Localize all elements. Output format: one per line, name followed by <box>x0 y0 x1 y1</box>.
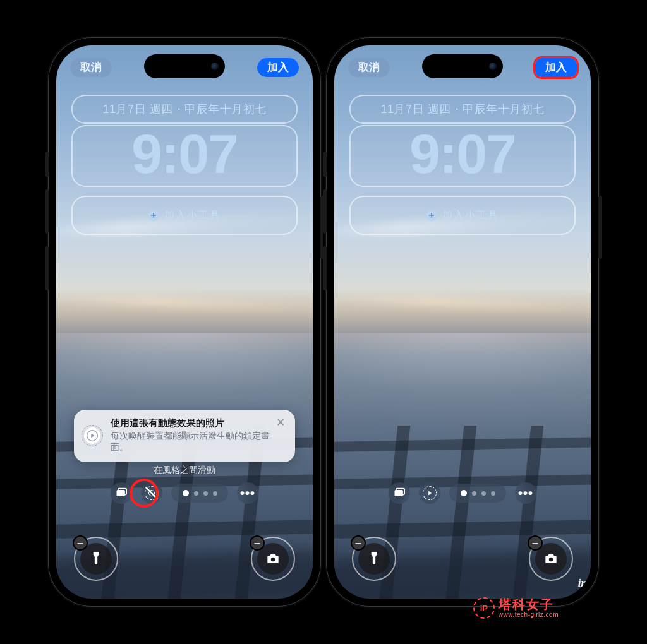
volume-button <box>324 189 327 234</box>
watermark-url: www.tech-girlz.com <box>499 612 559 618</box>
remove-icon[interactable]: – <box>351 535 366 551</box>
photos-button[interactable] <box>389 482 410 504</box>
lockscreen-editor: 取消 加入 11月7日 週四・甲辰年十月初七 9:07 ＋ 加入小工具 <box>334 45 591 599</box>
add-button[interactable]: 加入 <box>535 58 577 77</box>
watermark-brand: 塔科女子 <box>499 598 559 611</box>
add-widget-label: 加入小工具 <box>164 209 221 222</box>
volume-button <box>324 152 327 177</box>
volume-button <box>45 152 49 177</box>
style-pager[interactable] <box>171 484 228 503</box>
power-button <box>598 196 602 259</box>
flashlight-quick-action[interactable]: – <box>74 537 118 581</box>
camera-quick-action[interactable]: – <box>251 537 295 581</box>
remove-icon[interactable]: – <box>250 535 265 551</box>
watermark-icon: iP <box>473 597 495 619</box>
close-icon[interactable]: ✕ <box>276 417 287 429</box>
svg-point-3 <box>271 558 275 562</box>
style-toolbar: ••• <box>334 467 591 504</box>
more-button[interactable]: ••• <box>515 482 536 504</box>
date-widget[interactable]: 11月7日 週四・甲辰年十月初七 <box>71 95 298 124</box>
add-widget-slot[interactable]: ＋ 加入小工具 <box>349 196 576 235</box>
page-dot <box>183 490 189 496</box>
date-widget[interactable]: 11月7日 週四・甲辰年十月初七 <box>349 95 576 124</box>
flashlight-quick-action[interactable]: – <box>352 537 396 581</box>
play-icon <box>82 425 103 446</box>
add-button[interactable]: 加入 <box>257 58 299 77</box>
flashlight-icon <box>366 551 382 567</box>
page-dot <box>491 491 495 496</box>
plus-icon: ＋ <box>426 210 437 221</box>
style-toolbar: 在風格之間滑動 ••• <box>56 465 313 504</box>
lockscreen-editor: 取消 加入 11月7日 週四・甲辰年十月初七 9:07 ＋ 加入小工具 ✕ 使用… <box>56 45 313 599</box>
cropped-watermark: in <box>578 577 587 590</box>
svg-point-6 <box>549 558 553 562</box>
cancel-button[interactable]: 取消 <box>70 58 112 77</box>
time-widget[interactable]: 9:07 <box>71 125 298 187</box>
clock-text: 9:07 <box>351 126 574 182</box>
dynamic-island <box>144 54 225 78</box>
live-photo-hint-card: ✕ 使用這張有動態效果的照片 每次喚醒裝置都能顯示活潑生動的鎖定畫面。 <box>74 410 295 462</box>
volume-button <box>45 189 49 234</box>
page-dot <box>472 491 476 496</box>
photos-button[interactable] <box>111 482 132 504</box>
live-photo-toggle-off[interactable] <box>141 482 162 504</box>
phone-left: 取消 加入 11月7日 週四・甲辰年十月初七 9:07 ＋ 加入小工具 ✕ 使用… <box>49 38 320 606</box>
date-text: 11月7日 週四・甲辰年十月初七 <box>380 103 544 116</box>
cancel-button[interactable]: 取消 <box>348 58 390 77</box>
page-dot <box>481 491 486 496</box>
style-pager[interactable] <box>449 484 506 503</box>
wallpaper-water <box>334 333 591 477</box>
clock-text: 9:07 <box>73 126 296 182</box>
hint-body: 每次喚醒裝置都能顯示活潑生動的鎖定畫面。 <box>111 431 286 453</box>
date-text: 11月7日 週四・甲辰年十月初七 <box>102 103 266 116</box>
remove-icon[interactable]: – <box>528 535 543 551</box>
live-photo-toggle-on[interactable] <box>419 482 440 504</box>
volume-button <box>324 246 327 290</box>
page-dot <box>194 491 198 496</box>
plus-icon: ＋ <box>148 210 159 221</box>
site-watermark: iP 塔科女子 www.tech-girlz.com <box>473 597 559 619</box>
phone-right: 取消 加入 11月7日 週四・甲辰年十月初七 9:07 ＋ 加入小工具 <box>327 38 598 606</box>
volume-button <box>45 246 49 290</box>
page-dot <box>203 491 208 496</box>
remove-icon[interactable]: – <box>73 535 88 551</box>
add-widget-slot[interactable]: ＋ 加入小工具 <box>71 196 298 235</box>
swipe-caption: 在風格之間滑動 <box>56 465 313 476</box>
hint-title: 使用這張有動態效果的照片 <box>111 417 286 429</box>
dynamic-island <box>422 54 503 78</box>
camera-quick-action[interactable]: – <box>529 537 573 581</box>
flashlight-icon <box>88 551 104 567</box>
add-widget-label: 加入小工具 <box>442 209 499 222</box>
page-dot <box>461 490 467 496</box>
page-dot <box>213 491 217 496</box>
more-button[interactable]: ••• <box>237 482 258 504</box>
camera-icon <box>265 551 281 567</box>
time-widget[interactable]: 9:07 <box>349 125 576 187</box>
camera-icon <box>543 551 559 567</box>
